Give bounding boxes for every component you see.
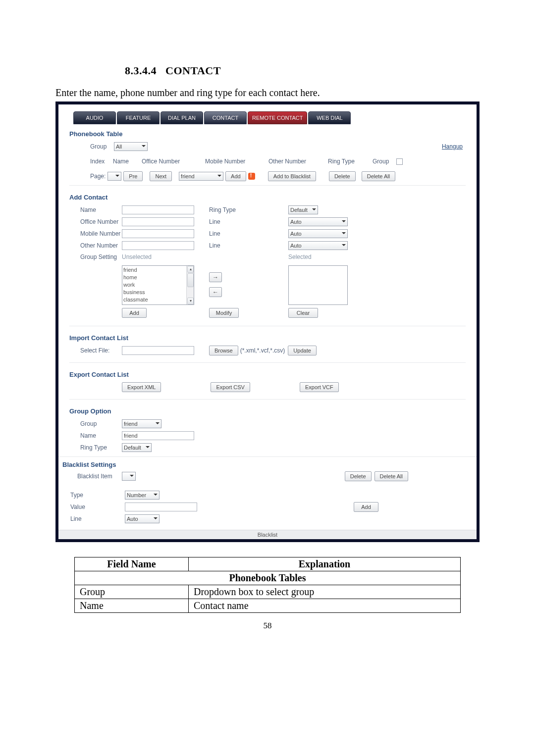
list-item[interactable]: friend (123, 266, 193, 274)
list-item[interactable]: classmate (123, 296, 193, 303)
go-group-select[interactable]: friend (122, 419, 161, 428)
page-select[interactable] (107, 172, 121, 181)
list-item[interactable]: home (123, 274, 193, 281)
go-name-label: Name (69, 432, 122, 439)
bl-line-label: Line (62, 515, 97, 522)
alert-icon (248, 173, 255, 180)
delete-button[interactable]: Delete (329, 171, 356, 181)
name-label: Name (69, 206, 122, 213)
scroll-up-icon[interactable]: ▴ (187, 266, 194, 273)
next-button[interactable]: Next (150, 171, 172, 181)
move-right-button[interactable]: → (209, 272, 222, 282)
tab-dialplan[interactable]: DIAL PLAN (160, 111, 203, 124)
clear-button[interactable]: Clear (288, 308, 318, 318)
cell-explanation: Dropdown box to select group (189, 585, 461, 599)
file-input[interactable] (122, 346, 194, 355)
blacklist-title: Blacklist Settings (58, 456, 477, 470)
hangup-link[interactable]: Hangup (442, 143, 463, 150)
go-name-input[interactable] (122, 431, 194, 440)
table-section: Phonebook Tables (75, 571, 461, 585)
col-office: Office Number (142, 158, 205, 165)
tab-bar: AUDIO FEATURE DIAL PLAN CONTACT REMOTE C… (58, 104, 477, 125)
scrollbar[interactable]: ▴ ▾ (186, 266, 194, 304)
other-input[interactable] (122, 241, 194, 250)
bl-item-select[interactable] (122, 472, 136, 481)
bl-type-select[interactable]: Number (125, 491, 160, 500)
cell-field: Group (75, 585, 189, 599)
add-button[interactable]: Add (225, 171, 246, 181)
col-other: Other Number (268, 158, 328, 165)
col-group: Group (373, 158, 396, 165)
friend-select[interactable]: friend (179, 172, 223, 181)
group-setting-label: Group Setting (69, 253, 122, 260)
ringtype-select[interactable]: Default (288, 205, 318, 214)
formats-text: (*.xml,*.vcf,*.csv) (240, 347, 285, 354)
go-group-label: Group (69, 420, 122, 427)
export-xml-button[interactable]: Export XML (122, 382, 161, 392)
col-name: Name (113, 158, 142, 165)
line-label-1: Line (209, 218, 259, 225)
screenshot-app: AUDIO FEATURE DIAL PLAN CONTACT REMOTE C… (55, 101, 480, 542)
modify-button[interactable]: Modify (209, 308, 239, 318)
export-vcf-button[interactable]: Export VCF (300, 382, 339, 392)
intro-text: Enter the name, phone number and ring ty… (55, 87, 480, 99)
tab-remote-contact[interactable]: REMOTE CONTACT (248, 111, 307, 124)
section-heading: 8.3.4.4 CONTACT (125, 64, 480, 77)
bl-value-input[interactable] (125, 503, 197, 511)
line-select-2[interactable]: Auto (288, 229, 348, 238)
heading-title: CONTACT (165, 64, 221, 77)
go-ring-label: Ring Type (69, 444, 122, 451)
pre-button[interactable]: Pre (123, 171, 143, 181)
ringtype-label: Ring Type (209, 206, 259, 213)
mobile-input[interactable] (122, 229, 194, 238)
unselected-listbox[interactable]: friend home work business classmate ▴ ▾ (122, 265, 194, 305)
add-contact-title: Add Contact (69, 189, 466, 204)
line-select-3[interactable]: Auto (288, 241, 348, 250)
delete-all-button[interactable]: Delete All (362, 171, 395, 181)
cell-field: Name (75, 599, 189, 613)
select-all-checkbox[interactable] (396, 158, 403, 165)
office-input[interactable] (122, 217, 194, 226)
go-ring-select[interactable]: Default (122, 443, 152, 452)
move-left-button[interactable]: ← (209, 287, 222, 297)
col-explanation: Explanation (189, 557, 461, 571)
list-item[interactable]: work (123, 281, 193, 289)
line-label-3: Line (209, 242, 259, 249)
bl-value-label: Value (62, 504, 97, 510)
add-contact-button[interactable]: Add (122, 308, 147, 318)
selected-listbox[interactable] (288, 265, 348, 305)
blacklist-footer: Blacklist (58, 530, 477, 539)
unselected-label: Unselected (122, 253, 194, 260)
browse-button[interactable]: Browse (209, 346, 238, 355)
line-label-2: Line (209, 230, 259, 237)
select-file-label: Select File: (69, 347, 122, 354)
tab-feature[interactable]: FEATURE (117, 111, 160, 124)
export-csv-button[interactable]: Export CSV (211, 382, 250, 392)
tab-audio[interactable]: AUDIO (73, 111, 116, 124)
col-mobile: Mobile Number (205, 158, 268, 165)
office-label: Office Number (69, 218, 122, 225)
export-title: Export Contact List (69, 366, 466, 381)
bl-delete-all-button[interactable]: Delete All (374, 471, 408, 481)
bl-add-button[interactable]: Add (354, 502, 378, 512)
bl-line-select[interactable]: Auto (125, 514, 160, 523)
tab-contact[interactable]: CONTACT (204, 111, 247, 124)
page-label: Page: (90, 173, 106, 180)
scroll-down-icon[interactable]: ▾ (187, 298, 194, 304)
explanation-table: Field Name Explanation Phonebook Tables … (74, 557, 461, 613)
group-option-title: Group Option (69, 403, 466, 418)
group-select[interactable]: All (114, 142, 148, 151)
line-select-1[interactable]: Auto (288, 217, 348, 226)
page-number: 58 (55, 621, 480, 631)
table-row: Name Contact name (75, 599, 461, 613)
other-label: Other Number (69, 242, 122, 249)
scroll-thumb[interactable] (187, 273, 194, 287)
add-to-blacklist-button[interactable]: Add to Blacklist (268, 171, 316, 181)
selected-label: Selected (288, 253, 312, 260)
tab-webdial[interactable]: WEB DIAL (308, 111, 351, 124)
update-button[interactable]: Update (288, 346, 316, 355)
name-input[interactable] (122, 205, 194, 214)
list-item[interactable]: business (123, 289, 193, 296)
bl-delete-button[interactable]: Delete (345, 471, 372, 481)
col-index: Index (90, 158, 113, 165)
